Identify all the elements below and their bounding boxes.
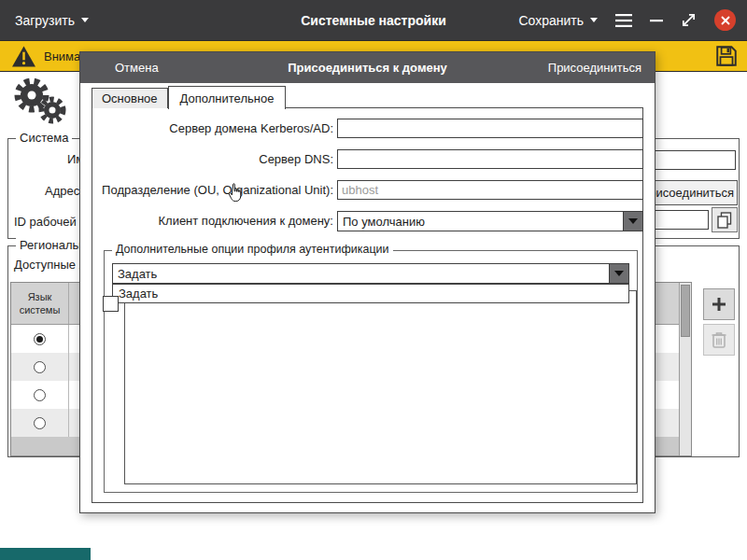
save-file-icon[interactable]	[714, 44, 739, 72]
domain-client-label: Клиент подключения к домену:	[92, 211, 333, 231]
radio-cell	[11, 325, 69, 353]
auth-options-legend: Дополнительные опции профиля аутентифика…	[112, 243, 393, 256]
tabbar: Основное Дополнительное	[92, 52, 286, 108]
auth-options-list[interactable]	[124, 290, 637, 484]
radio-cell	[11, 409, 69, 437]
dns-server-label: Сервер DNS:	[92, 149, 333, 170]
domain-client-value: По умолчанию	[338, 215, 623, 229]
ou-input[interactable]	[337, 180, 643, 200]
ou-label: Подразделение (OU, Organizational Unit):	[92, 180, 333, 201]
language-radio[interactable]	[34, 361, 46, 373]
kerberos-server-label: Сервер домена Kerberos/AD:	[92, 119, 333, 139]
language-column-header: Язык системы	[11, 283, 69, 324]
settings-gears-icon	[7, 75, 71, 129]
auth-profile-dropdown: Задать	[112, 284, 629, 303]
plus-icon	[712, 297, 726, 312]
dialog-join-button[interactable]: Присоединиться	[548, 61, 641, 75]
tab-basic[interactable]: Основное	[92, 88, 168, 108]
domain-client-select[interactable]: По умолчанию	[337, 211, 643, 231]
taskbar-item[interactable]	[0, 548, 91, 560]
join-domain-dialog: Отмена Присоединиться к домену Присоедин…	[79, 51, 655, 513]
topbar: Загрузить Системные настройки Сохранить	[0, 0, 747, 40]
tab-additional[interactable]: Дополнительное	[168, 86, 287, 109]
available-languages-label: Доступные я	[14, 258, 86, 272]
table-scrollbar[interactable]	[679, 283, 691, 455]
radio-cell	[11, 353, 69, 381]
topbar-actions: Сохранить	[518, 0, 736, 40]
warning-icon	[11, 45, 36, 68]
dns-server-input[interactable]	[337, 149, 643, 169]
system-legend: Система	[16, 131, 72, 145]
scrollbar-thumb[interactable]	[681, 285, 690, 337]
save-button-label: Сохранить	[518, 13, 584, 28]
menu-icon[interactable]	[615, 14, 632, 27]
auth-profile-value: Задать	[113, 267, 609, 281]
delete-language-button[interactable]	[703, 324, 735, 356]
copy-icon	[717, 212, 732, 229]
save-button[interactable]: Сохранить	[518, 13, 598, 28]
trash-icon	[711, 330, 727, 349]
maximize-icon[interactable]	[681, 12, 697, 28]
load-button[interactable]: Загрузить	[15, 13, 89, 28]
gears-icon	[9, 77, 69, 127]
workgroup-id-label: ID рабочей	[14, 215, 77, 229]
dropdown-option[interactable]: Задать	[113, 285, 628, 302]
auth-options-fieldset: Дополнительные опции профиля аутентифика…	[104, 250, 638, 493]
copy-button[interactable]	[712, 207, 738, 232]
auth-option-checkbox[interactable]	[103, 296, 119, 312]
tab-panel: Сервер домена Kerberos/AD: Сервер DNS: П…	[92, 107, 643, 503]
language-radio[interactable]	[34, 389, 46, 401]
pointer-cursor-icon	[229, 183, 243, 206]
radio-cell	[11, 381, 69, 409]
caret-down-icon	[590, 18, 598, 22]
regional-legend: Региональн	[16, 238, 90, 252]
minimize-icon[interactable]	[650, 19, 663, 22]
language-radio[interactable]	[34, 417, 46, 429]
dropdown-arrow-icon[interactable]	[609, 264, 628, 283]
close-icon[interactable]	[714, 9, 736, 31]
dropdown-arrow-icon[interactable]	[623, 212, 642, 231]
app-window: Система Им Адрес ID рабочей Присоединить…	[0, 0, 747, 560]
kerberos-server-input[interactable]	[337, 119, 643, 138]
add-language-button[interactable]	[703, 288, 735, 320]
caret-down-icon	[81, 18, 89, 22]
language-radio[interactable]	[34, 333, 46, 345]
address-label: Адрес	[45, 184, 79, 198]
auth-profile-select[interactable]: Задать	[112, 263, 629, 284]
load-button-label: Загрузить	[15, 13, 75, 28]
